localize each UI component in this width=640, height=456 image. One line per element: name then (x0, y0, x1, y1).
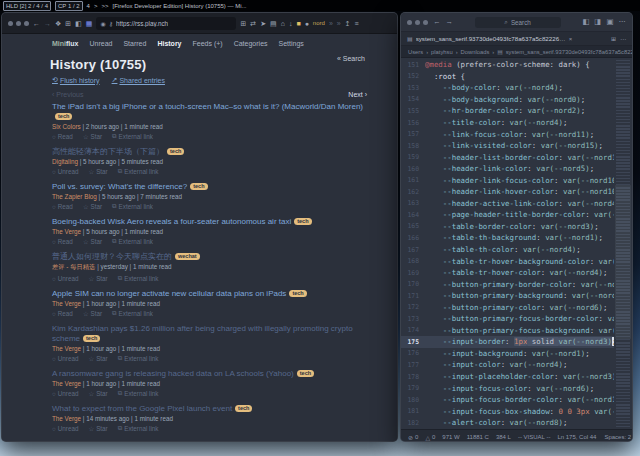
code-line[interactable]: 172 --button-primary-color: var(--nord6)… (401, 301, 614, 313)
code-line[interactable]: 175 --input-border: 1px solid var(--nord… (401, 336, 614, 348)
toggle-read-button[interactable]: ○Unread (52, 167, 78, 175)
next-page-link[interactable]: Next › (348, 91, 367, 98)
code-line[interactable]: 158 --link-visited-color: var(--nord15); (401, 140, 614, 152)
indent-setting[interactable]: Spaces: 2 (604, 434, 631, 440)
code-line[interactable]: 157 --link-focus-color: var(--nord11); (401, 128, 614, 140)
code-line[interactable]: 182 --alert-color: var(--nord8); (401, 417, 614, 429)
entry-title-link[interactable]: The iPad isn't a big iPhone or a touch-s… (52, 102, 363, 111)
external-link-button[interactable]: ⧉External link (118, 274, 159, 282)
code-line[interactable]: 180 --input-focus-border-color: var(--no… (401, 394, 614, 406)
category-badge[interactable]: tech (83, 335, 100, 342)
star-button[interactable]: ☆Star (88, 354, 107, 362)
star-button[interactable]: ☆Star (88, 167, 107, 175)
toggle-read-button[interactable]: ○Unread (52, 389, 78, 397)
code-line[interactable]: 152 :root { (401, 71, 614, 83)
feed-link[interactable]: The Zapier Blog (52, 193, 97, 200)
pointer-icon[interactable]: ➤ (260, 20, 266, 27)
back-icon[interactable]: ← (33, 20, 40, 27)
zoom-window-button[interactable] (423, 20, 428, 25)
code-line[interactable]: 162 --header-link-hover-color: var(--nor… (401, 186, 614, 198)
nav-item-unread[interactable]: Unread (89, 40, 112, 47)
entry-title-link[interactable]: Poll vs. survey: What's the difference? (52, 182, 187, 191)
tab-grid-icon[interactable]: ⊞ (240, 20, 246, 27)
panel-right-icon[interactable]: ▣ (606, 18, 613, 26)
shield-icon[interactable]: ◉ (100, 20, 105, 27)
external-link-button[interactable]: ⧉External link (118, 389, 159, 397)
entry-title-link[interactable]: 普通人如何理财？今天聊点实在的 (52, 252, 172, 261)
external-link-button[interactable]: ⧉External link (118, 354, 159, 362)
code-line[interactable]: 163 --header-active-link-color: var(--no… (401, 198, 614, 210)
nav-item-feeds[interactable]: Feeds (+) (193, 40, 223, 47)
breadcrumb-item[interactable]: Users (408, 49, 423, 55)
code-line[interactable]: 154 --body-background: var(--nord0); (401, 94, 614, 106)
star-button[interactable]: ☆Star (83, 202, 102, 210)
external-link-button[interactable]: ⧉External link (118, 424, 159, 432)
miniflux-logo[interactable]: Miniflux (52, 40, 78, 47)
feed-link[interactable]: Digitaling (52, 158, 78, 165)
category-badge[interactable]: tech (167, 148, 184, 155)
code-line[interactable]: 177 --input-color: var(--nord4); (401, 359, 614, 371)
breadcrumb-item[interactable]: system_sans_serif.93730de0493fc78a637a5c… (506, 49, 632, 55)
category-badge[interactable]: tech (294, 218, 311, 225)
feed-link[interactable]: The Verge (52, 228, 81, 235)
code-line[interactable]: 179 --input-focus-color: var(--nord6); (401, 382, 614, 394)
category-badge[interactable]: wechat (175, 253, 200, 260)
toggle-read-button[interactable]: ○Unread (52, 274, 78, 282)
code-line[interactable]: 176 --input-background: var(--nord1); (401, 348, 614, 360)
breadcrumb-item[interactable]: Downloads (461, 49, 490, 55)
search-toggle[interactable]: « Search (337, 55, 365, 62)
toggle-read-button[interactable]: ○Read (52, 309, 73, 317)
nav-item-settings[interactable]: Settings (279, 40, 304, 47)
feed-link[interactable]: The Verge (52, 380, 81, 387)
minimap-viewport[interactable] (615, 185, 631, 339)
panel-left-icon[interactable]: ◧ (582, 18, 589, 26)
star-button[interactable]: ☆Star (83, 237, 102, 245)
toggle-read-button[interactable]: ○Read (52, 132, 73, 140)
menu-icon[interactable]: ≡ (355, 20, 359, 27)
star-button[interactable]: ☆Star (88, 424, 107, 432)
toggle-read-button[interactable]: ○Unread (52, 424, 78, 432)
code-line[interactable]: 165 --table-border-color: var(--nord3); (401, 221, 614, 233)
editor-search-field[interactable]: ⌕ Search (475, 17, 561, 28)
nav-item-starred[interactable]: Starred (123, 40, 146, 47)
close-window-button[interactable] (8, 21, 13, 26)
feed-link[interactable]: The Verge (52, 345, 81, 352)
shared-entries-link[interactable]: ↗Shared entries (112, 76, 165, 84)
container-tab-icon[interactable]: ■ (296, 20, 300, 27)
toggle-read-button[interactable]: ○Read (52, 202, 73, 210)
external-link-button[interactable]: ⧉External link (118, 167, 159, 175)
extensions-chevron-icon[interactable]: » (337, 20, 341, 27)
tab-filename[interactable]: system_sans_serif.93730de0493fc78a637a5c… (416, 35, 566, 42)
share-icon[interactable]: ↥ (345, 20, 351, 27)
feed-link[interactable]: Six Colors (52, 123, 81, 130)
external-link-button[interactable]: ⧉External link (112, 309, 153, 317)
cursor-position[interactable]: Ln 175, Col 44 (557, 434, 596, 440)
toggle-read-button[interactable]: ○Unread (52, 354, 78, 362)
code-line[interactable]: 160 --header-link-color: var(--nord5); (401, 163, 614, 175)
panel-bottom-icon[interactable]: ◨ (594, 18, 601, 26)
overflow-chevron-icon[interactable]: » (329, 20, 333, 27)
code-line[interactable]: 159 --header-list-border-color: var(--no… (401, 151, 614, 163)
code-line[interactable]: 178 --input-placeholder-color: var(--nor… (401, 371, 614, 383)
nav-item-history[interactable]: History (157, 40, 181, 47)
star-button[interactable]: ☆Star (88, 274, 107, 282)
entry-title-link[interactable]: Apple SIM can no longer activate new cel… (52, 289, 286, 298)
extension-b-icon[interactable]: ▦ (86, 20, 93, 27)
code-line[interactable]: 168 --table-tr-hover-background-color: v… (401, 255, 614, 267)
more-options-icon[interactable]: ⋯ (619, 18, 627, 26)
code-line[interactable]: 169 --table-tr-hover-color: var(--nord4)… (401, 267, 614, 279)
reader-view-icon[interactable]: ▤ (270, 20, 277, 27)
external-link-button[interactable]: ⧉External link (112, 237, 153, 245)
code-line[interactable]: 173 --button-primary-focus-border-color:… (401, 313, 614, 325)
minimap[interactable] (616, 60, 630, 427)
breadcrumb-item[interactable]: platyhsu (431, 49, 453, 55)
home-icon[interactable]: ⌂ (281, 20, 285, 27)
minimize-window-button[interactable] (16, 21, 21, 26)
downloads-icon[interactable]: ↓ (289, 20, 293, 27)
extension-a-icon[interactable]: ❖ (55, 20, 61, 27)
previous-page-link[interactable]: ‹ Previous (52, 91, 84, 98)
external-link-button[interactable]: ⧉External link (112, 202, 153, 210)
forward-icon[interactable]: → (44, 20, 51, 27)
category-badge[interactable]: tech (235, 405, 252, 412)
category-badge[interactable]: tech (297, 370, 314, 377)
